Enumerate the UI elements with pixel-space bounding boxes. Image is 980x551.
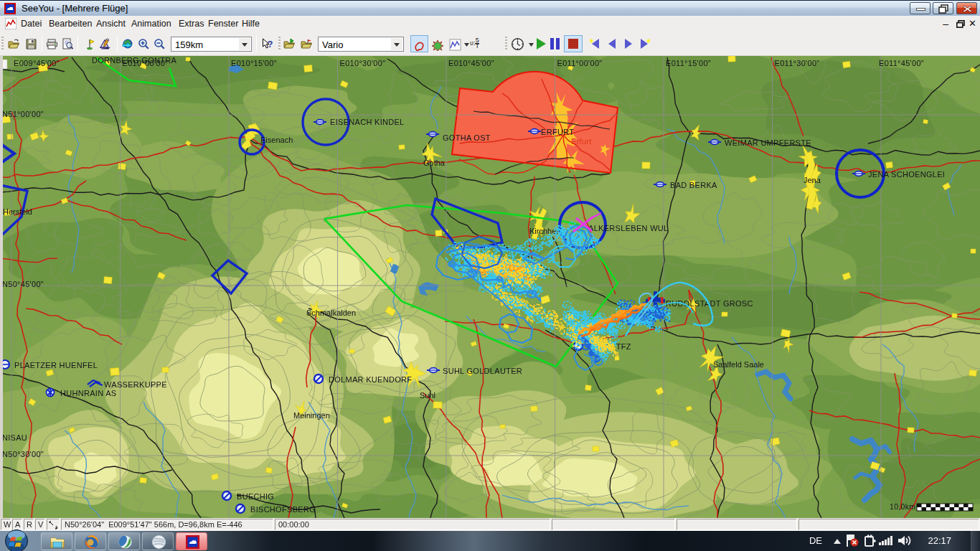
svg-text:Gotha: Gotha	[423, 159, 446, 167]
svg-text:Eisenach: Eisenach	[260, 136, 293, 144]
svg-text:Suhl: Suhl	[420, 391, 435, 400]
svg-text:JENA SCHOENGLEI: JENA SCHOENGLEI	[868, 170, 945, 179]
svg-text:Kirchheim: Kirchheim	[529, 227, 565, 235]
svg-text:Saalfeld Saale: Saalfeld Saale	[713, 360, 764, 369]
svg-text:?: ?	[268, 39, 273, 50]
svg-text:E011°15'00": E011°15'00"	[666, 59, 711, 67]
svg-text:E010°30'00": E010°30'00"	[340, 59, 386, 67]
svg-text:Jena: Jena	[804, 176, 821, 184]
svg-text:NISAU: NISAU	[2, 433, 27, 442]
svg-text:Hersfeld: Hersfeld	[3, 207, 32, 216]
svg-text:E010°45'00": E010°45'00"	[448, 59, 494, 67]
svg-text:Meiningen: Meiningen	[293, 411, 330, 420]
svg-text:10,0km: 10,0km	[890, 502, 915, 511]
svg-text:BISCHOFSBERG: BISCHOFSBERG	[250, 505, 316, 514]
svg-text:N50°45'00": N50°45'00"	[2, 280, 44, 288]
svg-text:DORNBERG GONTRA: DORNBERG GONTRA	[92, 56, 177, 65]
svg-text:N50°30'00": N50°30'00"	[2, 450, 44, 458]
svg-text:SUHL GOLDLAUTER: SUHL GOLDLAUTER	[443, 367, 522, 375]
svg-text:HUHNRAIN AS: HUHNRAIN AS	[60, 389, 116, 397]
svg-text:WASSERKUPPE: WASSERKUPPE	[104, 380, 167, 389]
svg-text:Erfurt: Erfurt	[571, 137, 592, 146]
svg-text:GOTHA OST: GOTHA OST	[443, 133, 491, 142]
svg-text:WEIMAR UMPFERSTE: WEIMAR UMPFERSTE	[725, 138, 811, 147]
svg-text:PLAETZER HUENFEL: PLAETZER HUENFEL	[14, 361, 98, 369]
svg-text:E011°45'00": E011°45'00"	[879, 59, 924, 67]
svg-text:E009°45'00": E009°45'00"	[14, 59, 60, 67]
svg-text:EISENACH KINDEL: EISENACH KINDEL	[330, 118, 405, 126]
svg-text:ERFURT: ERFURT	[541, 128, 574, 136]
svg-text:DOLMAR KUENDORF: DOLMAR KUENDORF	[329, 375, 412, 384]
svg-text:BUECHIG: BUECHIG	[237, 492, 274, 501]
svg-text:BAD BERKA: BAD BERKA	[670, 181, 717, 189]
svg-text:E011°30'00": E011°30'00"	[775, 59, 820, 67]
svg-text:E011°00'00": E011°00'00"	[557, 59, 603, 67]
svg-text:N51°00'00": N51°00'00"	[2, 110, 44, 118]
svg-text:Schmalkalden: Schmalkalden	[306, 309, 356, 317]
svg-text:E010°15'00": E010°15'00"	[231, 59, 277, 67]
svg-text:ALKERSLEBEN WUL: ALKERSLEBEN WUL	[588, 224, 668, 232]
